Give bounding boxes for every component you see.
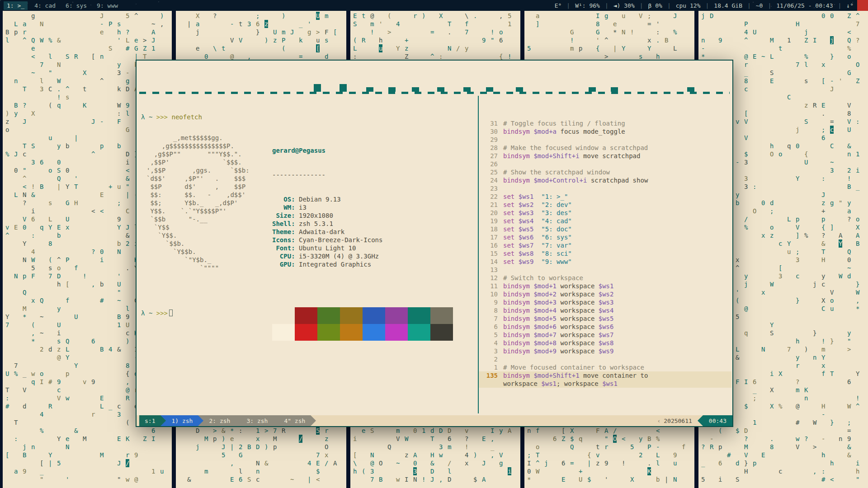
matrix-glyph: p [753, 459, 756, 467]
matrix-glyph: Q [31, 36, 35, 44]
matrix-glyph: n [256, 467, 259, 475]
matrix-glyph: % [48, 36, 52, 44]
editor-line[interactable]: 25# Show the scratchpad window [479, 168, 731, 176]
shell-prompt-empty[interactable]: λ ~ >>> [141, 309, 173, 317]
matrix-glyph: ; [647, 12, 651, 20]
editor-line[interactable]: 11bindsym $mod+1 workspace $ws1 [479, 282, 731, 290]
editor-line[interactable]: 18set $ws5 "5: doc" [479, 225, 731, 233]
editor-pane[interactable]: 31# Toggle focus tiling / floating30bind… [479, 94, 731, 415]
matrix-glyph: v [465, 427, 468, 435]
editor-line[interactable]: 4bindsym $mod+8 workspace $ws8 [479, 339, 731, 347]
workspace-button-4[interactable]: 4: cad [31, 1, 59, 10]
matrix-glyph: h [856, 467, 859, 475]
matrix-glyph: T [74, 183, 78, 191]
tmux-window-tab[interactable]: 1) zsh [166, 415, 198, 426]
shell-pane[interactable]: λ ~ >>> neofetch _,met$$$$$gg. ,g$$$$$$$… [137, 94, 478, 415]
editor-line[interactable]: 16set $ws7 "7: var" [479, 241, 731, 249]
matrix-glyph: " [23, 166, 26, 174]
tmux-window-tab[interactable]: 2: zsh [203, 415, 236, 426]
matrix-glyph: , [31, 329, 35, 337]
matrix-glyph: N [23, 191, 26, 199]
status-separator: | [768, 2, 771, 9]
matrix-glyph: Q [387, 443, 391, 451]
floating-terminal-window[interactable]: λ ~ >>> neofetch _,met$$$$$gg. ,g$$$$$$$… [136, 60, 733, 427]
vim-editor[interactable]: 31# Toggle focus tiling / floating30bind… [479, 119, 731, 388]
matrix-glyph: 2 [847, 166, 851, 174]
editor-line[interactable]: 24bindsym $mod+Control+i scratchpad show [479, 176, 731, 184]
matrix-glyph: ( [718, 427, 722, 435]
line-number: 31 [479, 119, 498, 127]
editor-line[interactable]: 13 [479, 266, 731, 274]
matrix-glyph: w [396, 475, 400, 483]
editor-line[interactable]: 7bindsym $mod+5 workspace $ws5 [479, 314, 731, 323]
editor-line[interactable]: 29 [479, 136, 731, 144]
matrix-glyph: U [804, 158, 808, 166]
editor-line[interactable]: 27bindsym $mod+Shift+i move scratchpad [479, 152, 731, 160]
matrix-glyph: l [239, 467, 242, 475]
matrix-glyph: Z [856, 77, 859, 85]
matrix-glyph: $ [744, 402, 748, 410]
matrix-glyph: q [787, 142, 791, 150]
matrix-glyph: ' [307, 20, 311, 28]
matrix-glyph: B [647, 435, 651, 443]
editor-line[interactable]: 2 [479, 355, 731, 363]
matrix-glyph: & [126, 174, 129, 183]
matrix-glyph: ? [23, 101, 26, 109]
workspace-button-1[interactable]: 1: >_ [4, 1, 28, 10]
matrix-glyph: 3 [778, 272, 782, 280]
matrix-glyph: e [230, 435, 234, 443]
matrix-glyph: I [405, 475, 408, 483]
matrix-glyph: ! [370, 28, 374, 36]
palette-swatch [408, 307, 430, 324]
matrix-glyph: O [325, 443, 328, 451]
editor-line[interactable]: 28# Make the focused window a scratchpad [479, 144, 731, 152]
editor-line[interactable]: 1# Move focused container to workspace [479, 363, 731, 371]
editor-line[interactable]: 23 [479, 184, 731, 192]
editor-line[interactable]: 10bindsym $mod+2 workspace $ws2 [479, 290, 731, 298]
line-number: 29 [479, 136, 498, 144]
matrix-glyph: } [830, 418, 834, 427]
tmux-window-tab[interactable]: 4" zsh [278, 415, 311, 426]
editor-line[interactable]: 17set $ws6 "6: sys" [479, 233, 731, 241]
editor-line[interactable]: 26 [479, 160, 731, 168]
matrix-glyph: c [821, 280, 825, 288]
editor-line[interactable]: workspace $ws1; workspace $ws1 [479, 380, 731, 388]
matrix-glyph: V [639, 12, 642, 20]
editor-line[interactable]: 20set $ws3 "3: des" [479, 209, 731, 217]
editor-line[interactable]: 3bindsym $mod+9 workspace $ws9 [479, 347, 731, 355]
matrix-glyph: L [48, 215, 52, 223]
matrix-glyph: a [23, 20, 26, 28]
matrix-glyph: J [430, 475, 434, 483]
matrix-glyph: E [100, 191, 104, 199]
editor-line[interactable]: 22set $ws1 "1: >_" [479, 192, 731, 201]
matrix-glyph: ! [630, 28, 634, 36]
editor-line[interactable]: 15set $ws8 "8: sci" [479, 249, 731, 258]
editor-line[interactable]: 21set $ws2 "2: dev" [479, 201, 731, 209]
editor-line[interactable]: 6bindsym $mod+6 workspace $ws6 [479, 323, 731, 331]
editor-line[interactable]: 9bindsym $mod+3 workspace $ws3 [479, 298, 731, 306]
editor-line[interactable]: 135bindsym $mod+Shift+1 move container t… [479, 371, 731, 380]
matrix-glyph: j [813, 280, 816, 288]
editor-line[interactable]: 31# Toggle focus tiling / floating [479, 119, 731, 127]
matrix-glyph: K [647, 467, 651, 475]
editor-line[interactable]: 12# Switch to workspace [479, 274, 731, 282]
workspace-button-9[interactable]: 9: www [94, 1, 121, 10]
editor-line[interactable]: 19set $ws4 "4: cad" [479, 217, 731, 225]
editor-line[interactable]: 5bindsym $mod+7 workspace $ws7 [479, 331, 731, 339]
matrix-glyph: R [813, 101, 816, 109]
editor-line[interactable]: 8bindsym $mod+4 workspace $ws4 [479, 306, 731, 314]
matrix-glyph: y [744, 272, 748, 280]
matrix-glyph: [ [333, 28, 337, 36]
matrix-glyph: C [787, 93, 791, 101]
matrix-glyph: 3 [744, 174, 748, 183]
matrix-glyph: - [230, 20, 234, 28]
workspace-button-6[interactable]: 6: sys [62, 1, 90, 10]
matrix-glyph: x [821, 361, 825, 370]
tmux-window-tab[interactable]: 3: zsh [241, 415, 273, 426]
matrix-glyph: | [307, 475, 311, 483]
matrix-glyph: $ [736, 427, 739, 435]
editor-line[interactable]: 14set $ws9 "9: www" [479, 258, 731, 266]
matrix-glyph: f [66, 296, 69, 305]
editor-line[interactable]: 30bindsym $mod+a focus mode_toggle [479, 127, 731, 136]
matrix-glyph: T [14, 418, 18, 427]
